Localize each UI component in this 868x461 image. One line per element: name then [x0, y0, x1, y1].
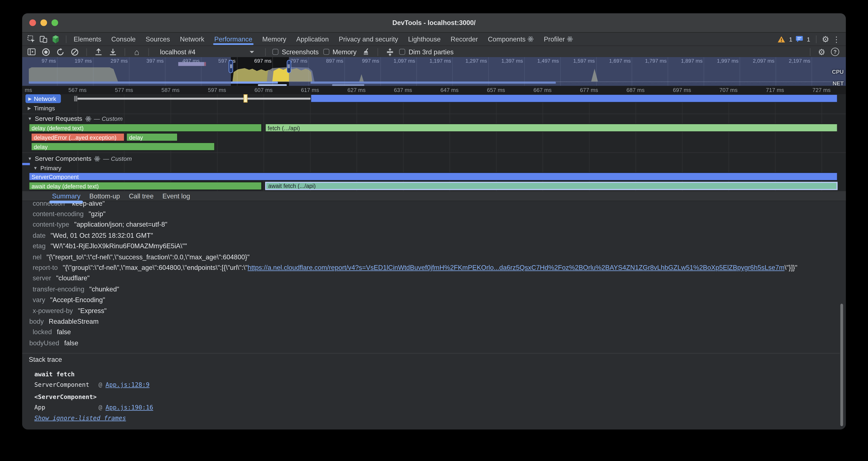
- tab-elements[interactable]: Elements: [68, 33, 106, 46]
- tab-network[interactable]: Network: [175, 33, 209, 46]
- save-profile-icon[interactable]: [108, 47, 118, 57]
- server-request-event[interactable]: delay (deferred text): [29, 123, 262, 132]
- window-left-handle[interactable]: [229, 60, 233, 73]
- stack-frame-source-link[interactable]: App.js:190:16: [105, 404, 153, 411]
- gear-icon[interactable]: ⚙: [822, 35, 829, 43]
- property-row[interactable]: content-type"application/json; charset=u…: [22, 220, 840, 230]
- server-request-event[interactable]: fetch (.../api): [265, 123, 838, 132]
- report-to-url-link[interactable]: https://a.nel.cloudflare.com/report/v4?s…: [248, 264, 784, 271]
- timeline-overview[interactable]: 97 ms197 ms297 ms397 ms497 ms597 ms697 m…: [22, 57, 846, 86]
- flame-chart[interactable]: ▶ Network ▶ Timings ▼ Server Requests — …: [22, 94, 846, 191]
- property-row[interactable]: bodyUsedfalse: [22, 338, 840, 348]
- help-icon[interactable]: ?: [831, 48, 839, 56]
- ruler-tick-label: 687 ms: [619, 86, 652, 94]
- show-left-panel-icon[interactable]: [27, 47, 36, 57]
- tab-profiler[interactable]: Profiler: [539, 33, 578, 46]
- network-event[interactable]: [311, 94, 838, 103]
- property-row[interactable]: bodyReadableStream: [22, 316, 840, 327]
- property-row[interactable]: date"Wed, 01 Oct 2025 18:32:01 GMT": [22, 230, 840, 241]
- tab-console[interactable]: Console: [106, 33, 141, 46]
- tab-label: Elements: [74, 35, 101, 43]
- property-name: nel: [33, 253, 42, 261]
- details-tab-summary[interactable]: Summary: [48, 191, 85, 201]
- server-components-track-header[interactable]: ▼ Server Components — Custom: [28, 155, 132, 162]
- device-toolbar-icon[interactable]: [39, 35, 48, 43]
- divider: [816, 35, 816, 43]
- property-row[interactable]: content-encoding"gzip": [22, 209, 840, 220]
- property-row[interactable]: connection"keep-alive": [22, 201, 840, 209]
- server-component-event[interactable]: await delay (deferred text): [29, 182, 262, 190]
- profile-select-value: localhost #4: [160, 48, 195, 56]
- property-row[interactable]: transfer-encoding"chunked": [22, 284, 840, 294]
- server-request-event[interactable]: delay: [126, 133, 178, 141]
- details-tab-bottom-up[interactable]: Bottom-up: [85, 191, 124, 201]
- capture-settings-gear-icon[interactable]: ⚙: [818, 48, 826, 56]
- issues-icon[interactable]: [796, 35, 804, 43]
- ruler-unit-label: ms: [22, 86, 32, 94]
- tabbar-right: 1 1 ⚙ ⋮: [777, 33, 846, 46]
- property-row[interactable]: nel"{\"report_to\":\"cf-nel\",\"success_…: [22, 252, 840, 262]
- ruler-tick-label: 567 ms: [61, 86, 94, 94]
- dim-3rd-parties-checkbox[interactable]: Dim 3rd parties: [399, 48, 454, 56]
- timings-track-label[interactable]: ▶ Timings: [28, 105, 55, 111]
- show-ignore-link-text[interactable]: Show ignore-listed frames: [34, 414, 126, 422]
- ruler-tick-label: 617 ms: [293, 86, 327, 94]
- home-icon[interactable]: ⌂: [132, 47, 142, 57]
- details-tab-call-tree[interactable]: Call tree: [124, 191, 158, 201]
- screenshots-checkbox[interactable]: Screenshots: [272, 48, 319, 56]
- details-tab-event-log[interactable]: Event log: [158, 191, 194, 201]
- collect-garbage-icon[interactable]: [361, 47, 371, 57]
- dropdown-arrow-icon: [250, 51, 254, 53]
- reload-icon[interactable]: [55, 47, 65, 57]
- tab-lighthouse[interactable]: Lighthouse: [403, 33, 446, 46]
- tab-application[interactable]: Application: [291, 33, 334, 46]
- property-row[interactable]: vary"Accept-Encoding": [22, 295, 840, 305]
- stack-frame: App@App.js:190:16: [34, 404, 153, 411]
- arrows-to-line-icon[interactable]: [385, 47, 395, 57]
- overview-network-bar: [258, 84, 287, 86]
- network-track-label[interactable]: ▶ Network: [25, 94, 61, 103]
- show-ignore-listed-frames-link[interactable]: Show ignore-listed frames: [34, 414, 126, 422]
- network-event[interactable]: [244, 94, 248, 103]
- profile-select[interactable]: localhost #4: [155, 47, 258, 57]
- server-request-event[interactable]: delay: [31, 142, 215, 151]
- window-right-handle[interactable]: [287, 60, 291, 73]
- tab-sources[interactable]: Sources: [141, 33, 175, 46]
- network-track-row[interactable]: ▶ Network: [22, 94, 846, 103]
- summary-details-pane: connection"keep-alive"content-encoding"g…: [22, 201, 840, 351]
- tab-performance[interactable]: Performance: [209, 33, 257, 46]
- stack-frame-source-link[interactable]: App.js:128:9: [105, 381, 150, 388]
- tab-privacy-and-security[interactable]: Privacy and security: [334, 33, 403, 46]
- tab-memory[interactable]: Memory: [257, 33, 291, 46]
- memory-checkbox[interactable]: Memory: [323, 48, 356, 56]
- screenshots-label: Screenshots: [282, 48, 319, 56]
- kebab-menu-icon[interactable]: ⋮: [833, 35, 840, 43]
- clear-icon[interactable]: [70, 47, 80, 57]
- warning-triangle-icon[interactable]: [777, 35, 786, 43]
- property-row[interactable]: x-powered-by"Express": [22, 305, 840, 316]
- record-icon[interactable]: [41, 47, 51, 57]
- memory-label: Memory: [333, 48, 356, 56]
- server-request-event[interactable]: delayedError (...ayed exception): [31, 133, 125, 141]
- server-requests-track-header[interactable]: ▼ Server Requests — Custom: [28, 115, 123, 122]
- track-drag-grip[interactable]: [74, 96, 78, 102]
- primary-group-title: Primary: [40, 165, 61, 171]
- tab-label: Performance: [214, 35, 252, 43]
- property-name: server: [33, 275, 51, 282]
- tab-label: Components: [488, 35, 525, 43]
- server-component-event-selected[interactable]: await fetch (.../api): [265, 182, 838, 190]
- vertical-scrollbar-thumb[interactable]: [840, 304, 843, 426]
- cpu-strip-label: CPU: [832, 69, 844, 75]
- tab-recorder[interactable]: Recorder: [445, 33, 483, 46]
- tab-components[interactable]: Components: [483, 33, 539, 46]
- property-row[interactable]: server"cloudflare": [22, 273, 840, 284]
- property-row[interactable]: lockedfalse: [22, 327, 840, 338]
- property-row[interactable]: report-to"{\"group\":\"cf-nel\",\"max_ag…: [22, 262, 840, 273]
- server-component-event[interactable]: ServerComponent: [29, 172, 838, 181]
- load-profile-icon[interactable]: [94, 47, 103, 57]
- primary-group-label[interactable]: ▼ Primary: [33, 165, 62, 171]
- tab-label: Lighthouse: [408, 35, 441, 43]
- inspect-cursor-icon[interactable]: [27, 35, 35, 43]
- extension-gem-icon[interactable]: [52, 35, 60, 44]
- property-row[interactable]: etag"W/\"4b1-RjEJloX9kRinu6F0MAZMmy6E5iA…: [22, 241, 840, 252]
